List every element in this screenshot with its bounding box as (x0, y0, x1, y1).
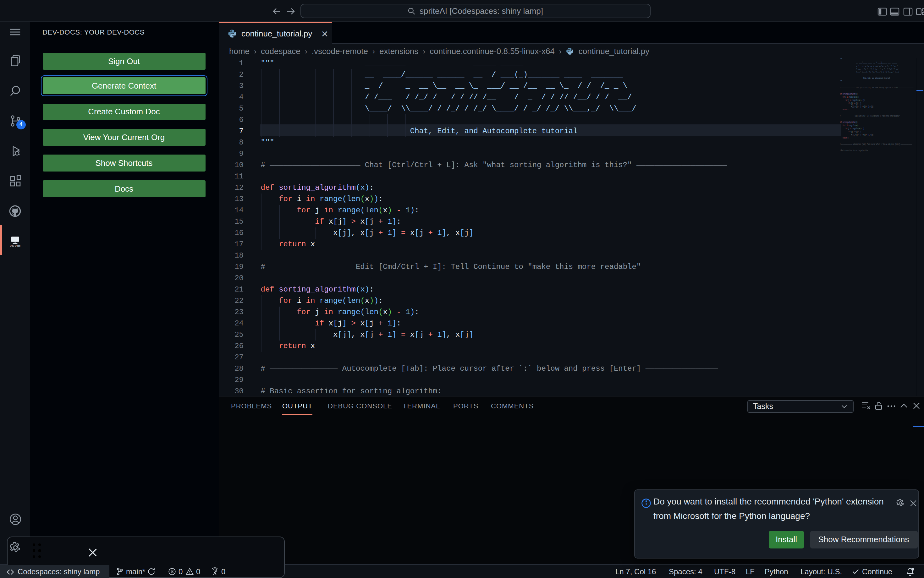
svg-text:Dev-Docs: Dev-Docs (10, 244, 20, 247)
